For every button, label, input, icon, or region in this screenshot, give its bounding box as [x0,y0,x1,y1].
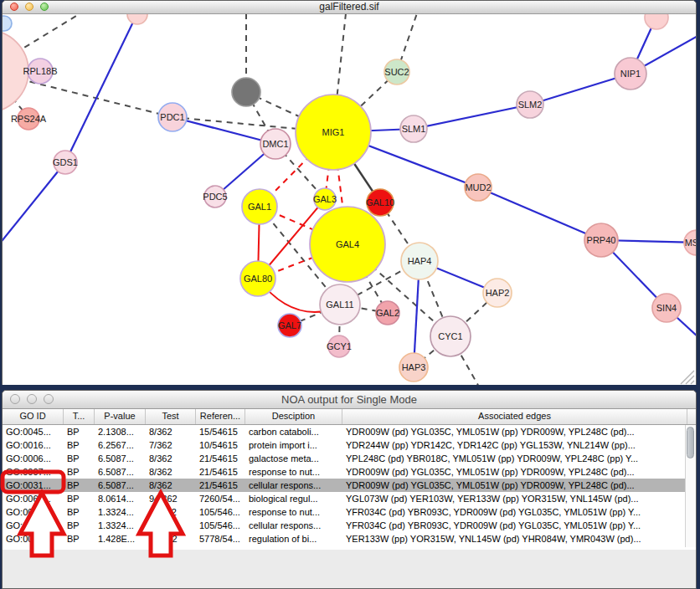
table-cell: galactose meta... [245,453,342,464]
table-cell: BP [64,427,95,437]
node-GAL10[interactable] [367,189,394,216]
node-MIG1[interactable] [296,95,371,170]
table-cell: 105/546... [196,507,245,517]
column-header[interactable]: Referen... [196,409,245,424]
node-MUD2[interactable] [465,174,492,201]
table-cell: 7260/54... [196,494,245,504]
node-SIN4[interactable] [652,294,681,322]
node-MSL1[interactable] [684,230,696,255]
table-cell: GO:0016... [3,440,64,450]
column-header[interactable]: Test [146,409,196,424]
table-cell: 80/362 [146,534,196,544]
edge-blue[interactable] [3,162,65,244]
node-RPL18B[interactable] [28,59,53,84]
node-unnamed-gray[interactable] [232,78,260,106]
table-cell: 1.3324... [95,520,146,530]
edge-blue[interactable] [414,105,530,129]
node-HAP2[interactable] [483,279,512,307]
noa-output-window: NOA output for Single Mode GO IDT...P-va… [2,390,697,589]
column-header[interactable]: GO ID [3,409,64,424]
table-cell: 8/362 [146,480,196,490]
table-cell: 21/54615 [196,453,245,464]
table-cell: 8.0614... [95,494,146,504]
node-NIP1[interactable] [615,58,646,90]
graph-window-titlebar[interactable]: galFiltered.sif [3,1,696,14]
table-cell: BP [64,520,95,530]
node-GDS1[interactable] [54,151,77,174]
node-CYC1[interactable] [430,316,471,356]
column-header[interactable]: Desciption [245,409,342,424]
table-row[interactable]: GO:0016...BP6.2567...7/36210/54615protei… [3,438,696,452]
edge-blue[interactable] [65,14,137,162]
network-canvas[interactable]: RPL18BRPS24AGDS1PDC1MIG1DMC1SUC2SLM1SLM2… [3,14,696,385]
column-header[interactable]: T... [64,409,95,424]
node-GAL80[interactable] [240,261,275,296]
table-row[interactable]: GO:0007...BP6.5087...8/36221/54615respon… [3,465,696,479]
node-unnamed-left[interactable] [3,30,28,112]
noa-window-title: NOA output for Single Mode [3,391,696,408]
table-cell: 15/54615 [196,427,245,437]
graph-window-title: galFiltered.sif [3,1,696,13]
table-cell: GO:0045... [3,427,64,437]
table-row[interactable]: GO:0050...BP1.428E...80/3625778/54...reg… [3,532,696,545]
table-cell: 5778/54... [196,534,245,544]
table-row[interactable]: GO:0031...BP1.3324...11/362105/546...cel… [3,519,696,532]
noa-window-titlebar[interactable]: NOA output for Single Mode [3,391,696,409]
node-SUC2[interactable] [384,59,409,85]
node-GAL11[interactable] [320,284,360,325]
table-cell: YDR009W (pd) YGL035C, YML051W (pp) YDR00… [342,480,687,490]
table-cell: BP [64,453,95,464]
node-GAL2[interactable] [376,301,399,325]
table-cell: YDR009W (pd) YGL035C, YML051W (pp) YDR00… [342,427,687,437]
table-cell: GO:0050... [3,534,64,544]
table-cell: BP [64,507,95,517]
table-cell: YDR009W (pd) YGL035C, YML051W (pp) YDR00… [342,467,687,477]
table-cell: cellular respons... [245,480,342,490]
node-PRP40[interactable] [584,223,618,257]
table-row[interactable]: GO:0031...BP1.3324...11/362105/546...res… [3,505,696,519]
node-SLM1[interactable] [400,115,427,142]
node-GAL1[interactable] [242,189,277,224]
node-SLM2[interactable] [517,91,543,118]
table-cell: 6.2567... [95,440,146,450]
node-HAP3[interactable] [399,353,428,382]
table-row[interactable]: GO:0006...BP6.5087...8/36221/54615galact… [3,452,696,465]
table-cell: GO:0006... [3,453,64,464]
table-cell: BP [64,467,95,477]
node-unnamed-topright[interactable] [645,14,668,29]
table-cell: 8/362 [146,467,196,477]
table-cell: regulation of bi... [245,534,342,544]
node-GCY1[interactable] [328,335,350,357]
node-unnamed-corner[interactable] [3,16,12,31]
button-bar: Save Cancel [3,550,696,588]
table-cell: 6.5087... [95,467,146,477]
node-PDC5[interactable] [204,186,226,207]
resize-grip[interactable] [681,371,694,384]
node-HAP4[interactable] [401,243,438,279]
edge-blue[interactable] [172,117,275,144]
table-cell: 6.5087... [95,453,146,464]
scrollbar-thumb[interactable] [687,427,694,458]
table-row[interactable]: GO:0065...BP8.0614...94/3627260/54...bio… [3,492,696,505]
node-unnamed-top[interactable] [127,14,147,24]
node-PDC1[interactable] [158,103,187,131]
edge-blue[interactable] [478,187,601,240]
table-cell: 105/546... [196,520,245,530]
table-row[interactable]: GO:0031...BP6.5087...8/36221/54615cellul… [3,479,696,492]
table-cell: BP [64,440,95,450]
table-cell: 11/362 [146,520,196,530]
column-header[interactable]: P-value [95,409,146,424]
node-GAL4[interactable] [310,207,385,282]
node-RPS24A[interactable] [18,108,39,130]
vertical-scrollbar[interactable] [685,425,696,547]
node-DMC1[interactable] [260,129,291,159]
table-body: GO:0045...BP2.1308...8/36215/54615carbon… [3,425,696,551]
table-cell: YDR244W (pp) YDR142C, YDR142C (pp) YGL15… [342,440,687,450]
node-GAL3[interactable] [314,188,336,210]
table-cell: 21/54615 [196,480,245,490]
table-cell: GO:0031... [3,520,64,530]
table-cell: GO:0007... [3,467,64,477]
node-GAL7[interactable] [278,314,301,337]
table-row[interactable]: GO:0045...BP2.1308...8/36215/54615carbon… [3,425,696,438]
column-header[interactable]: Associated edges [342,409,687,424]
